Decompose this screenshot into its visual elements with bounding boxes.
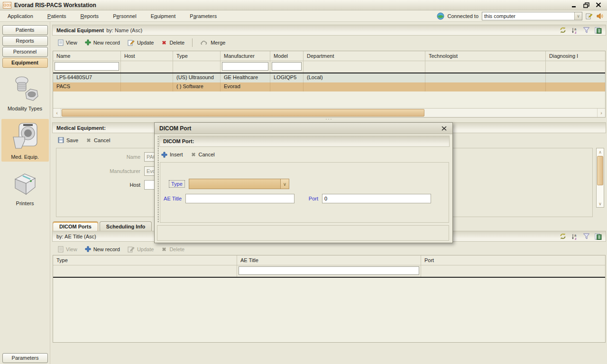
printers-icon	[11, 170, 39, 199]
menu-item-personnel[interactable]: Personnel	[109, 12, 140, 20]
scroll-left-button[interactable]: ‹	[53, 109, 61, 117]
menu-item-application[interactable]: Application	[4, 12, 37, 20]
app-window: Evorad RIS-PACS Workstation ApplicationP…	[0, 0, 607, 364]
table-row[interactable]: LP5-64480SU7 (US) Ultrasound GE Healthca…	[53, 73, 605, 82]
column-header[interactable]: Technologist	[425, 51, 546, 61]
sidebar-tool-med-equip[interactable]: Med. Equip.	[1, 119, 49, 162]
app-icon	[3, 2, 11, 9]
view-button[interactable]: View	[58, 39, 77, 46]
update-icon	[128, 39, 135, 46]
sort-az-button[interactable]: az	[571, 233, 578, 239]
menu-item-equipment[interactable]: Equipment	[147, 12, 180, 20]
ports-new-record-button[interactable]: New record	[85, 246, 120, 252]
window-title: Evorad RIS-PACS Workstation	[14, 2, 96, 9]
type-label: Type	[169, 180, 185, 188]
insert-button[interactable]: Insert	[161, 152, 183, 158]
speaker-button[interactable]	[596, 12, 603, 19]
plus-icon	[85, 39, 91, 46]
sidebar-item-reports[interactable]: Reports	[2, 36, 48, 46]
port-input[interactable]	[322, 194, 431, 203]
h-scroll-thumb[interactable]	[62, 109, 424, 117]
edit-connection-button[interactable]	[586, 12, 593, 19]
column-header[interactable]: AE Title	[237, 255, 421, 265]
med-equip-icon	[11, 121, 39, 153]
chevron-down-icon[interactable]: ∨	[280, 179, 289, 189]
dialog-toolbar: Insert Cancel	[161, 148, 215, 161]
delete-icon	[161, 246, 167, 252]
chevron-down-icon[interactable]: ∨	[574, 12, 582, 20]
column-header[interactable]: Manufacturer	[221, 51, 270, 61]
v-scroll-thumb[interactable]	[597, 156, 603, 185]
filter-input-manufacturer[interactable]	[222, 62, 268, 71]
refresh-button[interactable]	[559, 233, 567, 240]
refresh-button[interactable]	[559, 27, 567, 34]
column-header[interactable]: Department	[304, 51, 425, 61]
column-header[interactable]: Port	[421, 255, 605, 265]
equipment-table: Name Host Type Manufacturer Model Depart…	[53, 51, 606, 118]
sidebar-tool-printers[interactable]: Printers	[1, 167, 49, 208]
table-row-selected[interactable]: PACS ( ) Software Evorad	[53, 82, 605, 91]
merge-button[interactable]: Merge	[200, 40, 225, 46]
filter-button[interactable]	[583, 233, 590, 240]
close-icon[interactable]	[595, 2, 602, 9]
tab-dicom-ports[interactable]: DICOM Ports	[53, 221, 98, 231]
dialog-title-bar[interactable]: DICOM Port	[155, 123, 452, 134]
restore-button[interactable]	[582, 2, 590, 9]
sidebar-item-equipment[interactable]: Equipment	[2, 58, 48, 68]
new-record-button[interactable]: New record	[85, 39, 120, 46]
filter-input-name[interactable]	[55, 62, 119, 71]
plus-icon	[85, 246, 91, 252]
connection-select[interactable]: this computer ∨	[482, 12, 582, 20]
scroll-right-button[interactable]: ›	[597, 109, 605, 117]
delete-button[interactable]: Delete	[161, 40, 184, 46]
filter-button[interactable]	[583, 27, 590, 34]
dialog-cancel-button[interactable]: Cancel	[191, 152, 215, 157]
title-bar: Evorad RIS-PACS Workstation	[0, 0, 607, 10]
h-scrollbar[interactable]: ‹ ›	[53, 108, 605, 117]
scroll-up-button[interactable]: ∧	[597, 148, 604, 155]
divider	[53, 277, 605, 278]
column-header[interactable]: Model	[270, 51, 304, 61]
filter-input-ae-title[interactable]	[239, 266, 419, 275]
tab-scheduling-info[interactable]: Scheduling Info	[100, 221, 152, 231]
dialog-section-header: DICOM Port:	[159, 136, 450, 147]
ae-title-input[interactable]	[185, 194, 294, 203]
menu-bar: ApplicationPatientsReportsPersonnelEquip…	[0, 10, 607, 22]
sidebar-tool-label: Modality Types	[1, 106, 49, 111]
type-select[interactable]: ∨	[189, 179, 289, 189]
column-header[interactable]: Name	[53, 51, 121, 61]
export-excel-button[interactable]	[595, 233, 602, 239]
update-button[interactable]: Update	[128, 39, 154, 46]
sidebar-tool-modality-types[interactable]: Modality Types	[1, 73, 49, 113]
menu-item-patients[interactable]: Patients	[44, 12, 70, 20]
export-excel-button[interactable]	[595, 27, 602, 33]
minimize-button[interactable]	[570, 2, 578, 9]
menu-item-parameters[interactable]: Parameters	[186, 12, 221, 20]
dicom-port-dialog: DICOM Port DICOM Port: Insert Cancel Typ…	[154, 122, 453, 243]
ports-view-button: View	[58, 246, 77, 253]
filter-input-model[interactable]	[272, 62, 302, 71]
v-scrollbar[interactable]: ∧ ∨	[596, 148, 604, 208]
save-button[interactable]: Save	[58, 137, 78, 143]
menu-item-reports[interactable]: Reports	[77, 12, 103, 20]
host-label: Host	[56, 182, 144, 188]
ports-table-header: Type AE Title Port	[53, 255, 605, 265]
sidebar-item-personnel[interactable]: Personnel	[2, 47, 48, 57]
dialog-close-button[interactable]	[440, 125, 448, 132]
sidebar-item-patients[interactable]: Patients	[2, 25, 48, 35]
sidebar-item-parameters[interactable]: Parameters	[2, 353, 48, 363]
svg-text:z: z	[575, 30, 577, 34]
column-header[interactable]: Diagnosing I	[546, 51, 605, 61]
modality-types-icon	[11, 75, 39, 104]
column-header[interactable]: Host	[121, 51, 173, 61]
ports-delete-button: Delete	[161, 246, 184, 252]
column-header[interactable]: Type	[53, 255, 237, 265]
scroll-down-button[interactable]: ∨	[597, 200, 604, 207]
ports-toolbar: View New record Update Delete	[52, 242, 190, 256]
column-header[interactable]: Type	[173, 51, 221, 61]
splitter-handle[interactable]: ···	[52, 118, 606, 122]
cancel-button[interactable]: Cancel	[86, 137, 110, 143]
dock-handle[interactable]	[158, 136, 158, 222]
sort-az-button[interactable]: az	[571, 27, 578, 33]
connected-label: Connected to	[448, 13, 478, 19]
